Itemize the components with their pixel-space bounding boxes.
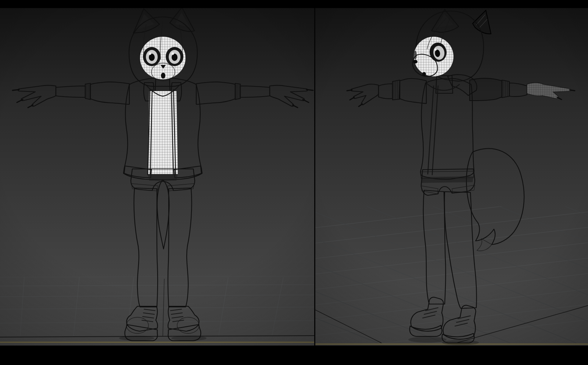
grid-axis-2 xyxy=(315,310,381,343)
viewport-three-quarter[interactable] xyxy=(315,8,588,346)
hem-shadow xyxy=(421,176,473,183)
torso-jacket xyxy=(420,79,474,183)
application-window xyxy=(0,0,588,365)
shoe-right xyxy=(168,306,201,341)
arm-near xyxy=(347,79,426,106)
foot-shadow xyxy=(171,336,207,341)
grid-lines-b xyxy=(315,206,588,343)
arm-left xyxy=(196,82,313,108)
arm-right xyxy=(12,82,129,108)
ear-front xyxy=(431,10,459,32)
mouth xyxy=(161,73,165,79)
viewport-row xyxy=(0,8,588,346)
viewport-front[interactable] xyxy=(0,8,314,346)
foot-shadow xyxy=(408,337,447,343)
head-three-quarter xyxy=(412,10,491,81)
bottom-letterbox-bar xyxy=(0,346,588,365)
ear-right xyxy=(170,8,194,32)
tail-front xyxy=(157,180,169,249)
eye-left xyxy=(143,47,161,66)
character-three-quarter-wireframe xyxy=(347,10,575,345)
legs-front xyxy=(134,188,191,307)
top-letterbox-bar xyxy=(0,0,588,8)
foot-shadow xyxy=(119,336,154,341)
shoe-front xyxy=(442,305,476,343)
torso-jacket xyxy=(123,78,202,181)
viewport-three-quarter-canvas xyxy=(315,8,588,346)
eye-right xyxy=(166,47,183,66)
arm-far xyxy=(470,78,575,101)
nose xyxy=(413,60,417,64)
zipper-placket xyxy=(428,86,438,175)
mouth xyxy=(422,72,426,76)
character-front-wireframe xyxy=(12,8,313,341)
head-front xyxy=(129,8,197,86)
legs-three-quarter xyxy=(423,190,477,308)
grid-axis-vertical xyxy=(163,279,164,336)
viewport-front-canvas xyxy=(0,8,314,346)
shoe-back xyxy=(410,297,444,336)
